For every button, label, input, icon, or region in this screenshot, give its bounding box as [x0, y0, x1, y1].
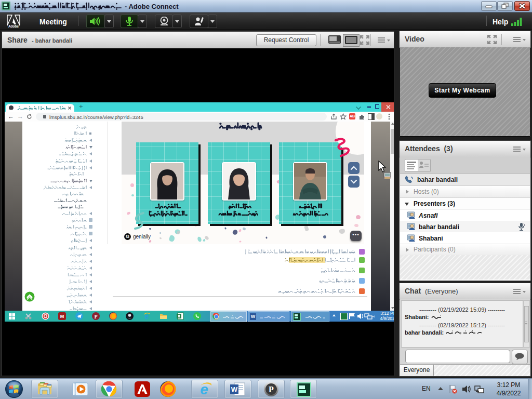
svg-text:W: W [231, 385, 238, 393]
svg-text:Adobe: Adobe [8, 24, 19, 28]
svg-text:P: P [269, 385, 274, 394]
svg-text:P: P [94, 314, 97, 320]
svg-text:M: M [60, 314, 64, 319]
